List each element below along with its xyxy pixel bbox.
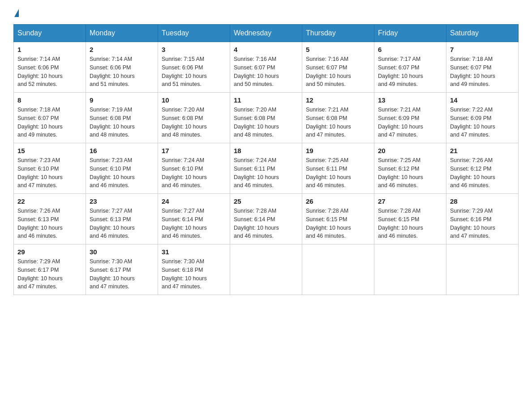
day-info: Sunrise: 7:14 AM Sunset: 6:06 PM Dayligh…	[17, 55, 82, 89]
calendar-day-cell	[374, 244, 446, 295]
day-number: 6	[378, 46, 442, 53]
calendar-day-cell: 8 Sunrise: 7:18 AM Sunset: 6:07 PM Dayli…	[14, 93, 86, 143]
calendar-day-header: Monday	[86, 25, 158, 42]
calendar-day-header: Thursday	[302, 25, 374, 42]
calendar-day-cell: 10 Sunrise: 7:20 AM Sunset: 6:08 PM Dayl…	[158, 93, 230, 143]
calendar-day-cell: 18 Sunrise: 7:24 AM Sunset: 6:11 PM Dayl…	[230, 143, 302, 194]
day-info: Sunrise: 7:25 AM Sunset: 6:12 PM Dayligh…	[378, 156, 442, 190]
day-info: Sunrise: 7:24 AM Sunset: 6:11 PM Dayligh…	[234, 156, 298, 190]
day-number: 4	[234, 46, 298, 53]
day-info: Sunrise: 7:29 AM Sunset: 6:17 PM Dayligh…	[17, 257, 82, 291]
day-info: Sunrise: 7:20 AM Sunset: 6:08 PM Dayligh…	[162, 106, 226, 139]
day-number: 16	[90, 147, 154, 154]
day-number: 23	[90, 197, 154, 205]
day-number: 21	[450, 147, 515, 154]
day-info: Sunrise: 7:26 AM Sunset: 6:13 PM Dayligh…	[17, 207, 82, 240]
day-info: Sunrise: 7:21 AM Sunset: 6:09 PM Dayligh…	[378, 106, 442, 139]
day-info: Sunrise: 7:27 AM Sunset: 6:14 PM Dayligh…	[162, 207, 226, 240]
day-info: Sunrise: 7:27 AM Sunset: 6:13 PM Dayligh…	[90, 207, 154, 240]
day-number: 20	[378, 147, 442, 154]
logo	[13, 9, 19, 15]
calendar-day-cell: 27 Sunrise: 7:28 AM Sunset: 6:15 PM Dayl…	[374, 194, 446, 244]
day-number: 29	[17, 248, 82, 256]
calendar-day-cell: 17 Sunrise: 7:24 AM Sunset: 6:10 PM Dayl…	[158, 143, 230, 194]
calendar-day-header: Sunday	[14, 25, 86, 42]
day-number: 8	[17, 96, 82, 104]
calendar-week-row: 1 Sunrise: 7:14 AM Sunset: 6:06 PM Dayli…	[14, 42, 519, 93]
calendar-day-cell: 19 Sunrise: 7:25 AM Sunset: 6:11 PM Dayl…	[302, 143, 374, 194]
day-info: Sunrise: 7:26 AM Sunset: 6:12 PM Dayligh…	[450, 156, 515, 190]
calendar-day-cell	[230, 244, 302, 295]
calendar-day-cell: 31 Sunrise: 7:30 AM Sunset: 6:18 PM Dayl…	[158, 244, 230, 295]
day-info: Sunrise: 7:20 AM Sunset: 6:08 PM Dayligh…	[234, 106, 298, 139]
day-info: Sunrise: 7:14 AM Sunset: 6:06 PM Dayligh…	[90, 55, 154, 89]
day-info: Sunrise: 7:23 AM Sunset: 6:10 PM Dayligh…	[90, 156, 154, 190]
day-info: Sunrise: 7:22 AM Sunset: 6:09 PM Dayligh…	[450, 106, 515, 139]
calendar-day-cell: 13 Sunrise: 7:21 AM Sunset: 6:09 PM Dayl…	[374, 93, 446, 143]
calendar-day-cell: 1 Sunrise: 7:14 AM Sunset: 6:06 PM Dayli…	[14, 42, 86, 93]
calendar-day-cell: 4 Sunrise: 7:16 AM Sunset: 6:07 PM Dayli…	[230, 42, 302, 93]
day-number: 5	[306, 46, 370, 53]
day-info: Sunrise: 7:25 AM Sunset: 6:11 PM Dayligh…	[306, 156, 370, 190]
day-info: Sunrise: 7:16 AM Sunset: 6:07 PM Dayligh…	[234, 55, 298, 89]
day-number: 30	[90, 248, 154, 256]
day-info: Sunrise: 7:24 AM Sunset: 6:10 PM Dayligh…	[162, 156, 226, 190]
day-number: 25	[234, 197, 298, 205]
calendar-day-cell: 11 Sunrise: 7:20 AM Sunset: 6:08 PM Dayl…	[230, 93, 302, 143]
day-number: 28	[450, 197, 515, 205]
day-number: 9	[90, 96, 154, 104]
calendar-day-cell: 12 Sunrise: 7:21 AM Sunset: 6:08 PM Dayl…	[302, 93, 374, 143]
day-number: 22	[17, 197, 82, 205]
calendar-day-cell: 14 Sunrise: 7:22 AM Sunset: 6:09 PM Dayl…	[446, 93, 519, 143]
day-number: 17	[162, 147, 226, 154]
day-info: Sunrise: 7:29 AM Sunset: 6:16 PM Dayligh…	[450, 207, 515, 240]
day-number: 2	[90, 46, 154, 53]
day-info: Sunrise: 7:18 AM Sunset: 6:07 PM Dayligh…	[17, 106, 82, 139]
day-number: 18	[234, 147, 298, 154]
day-info: Sunrise: 7:30 AM Sunset: 6:18 PM Dayligh…	[162, 257, 226, 291]
calendar-day-cell: 26 Sunrise: 7:28 AM Sunset: 6:15 PM Dayl…	[302, 194, 374, 244]
day-number: 15	[17, 147, 82, 154]
day-info: Sunrise: 7:28 AM Sunset: 6:14 PM Dayligh…	[234, 207, 298, 240]
calendar-day-cell: 30 Sunrise: 7:30 AM Sunset: 6:17 PM Dayl…	[86, 244, 158, 295]
day-info: Sunrise: 7:23 AM Sunset: 6:10 PM Dayligh…	[17, 156, 82, 190]
day-number: 7	[450, 46, 515, 53]
calendar-day-cell: 7 Sunrise: 7:18 AM Sunset: 6:07 PM Dayli…	[446, 42, 519, 93]
calendar-week-row: 22 Sunrise: 7:26 AM Sunset: 6:13 PM Dayl…	[14, 194, 519, 244]
day-number: 1	[17, 46, 82, 53]
calendar-day-cell: 3 Sunrise: 7:15 AM Sunset: 6:06 PM Dayli…	[158, 42, 230, 93]
calendar-day-cell: 28 Sunrise: 7:29 AM Sunset: 6:16 PM Dayl…	[446, 194, 519, 244]
day-number: 14	[450, 96, 515, 104]
calendar-day-cell: 29 Sunrise: 7:29 AM Sunset: 6:17 PM Dayl…	[14, 244, 86, 295]
day-number: 11	[234, 96, 298, 104]
calendar-day-cell: 5 Sunrise: 7:16 AM Sunset: 6:07 PM Dayli…	[302, 42, 374, 93]
calendar-week-row: 8 Sunrise: 7:18 AM Sunset: 6:07 PM Dayli…	[14, 93, 519, 143]
day-info: Sunrise: 7:30 AM Sunset: 6:17 PM Dayligh…	[90, 257, 154, 291]
calendar-day-cell: 25 Sunrise: 7:28 AM Sunset: 6:14 PM Dayl…	[230, 194, 302, 244]
calendar-day-cell: 20 Sunrise: 7:25 AM Sunset: 6:12 PM Dayl…	[374, 143, 446, 194]
day-info: Sunrise: 7:17 AM Sunset: 6:07 PM Dayligh…	[378, 55, 442, 89]
day-info: Sunrise: 7:19 AM Sunset: 6:08 PM Dayligh…	[90, 106, 154, 139]
day-number: 13	[378, 96, 442, 104]
day-info: Sunrise: 7:18 AM Sunset: 6:07 PM Dayligh…	[450, 55, 515, 89]
calendar-day-cell	[446, 244, 519, 295]
calendar-day-cell: 22 Sunrise: 7:26 AM Sunset: 6:13 PM Dayl…	[14, 194, 86, 244]
day-info: Sunrise: 7:28 AM Sunset: 6:15 PM Dayligh…	[378, 207, 442, 240]
calendar-week-row: 29 Sunrise: 7:29 AM Sunset: 6:17 PM Dayl…	[14, 244, 519, 295]
calendar-day-cell: 24 Sunrise: 7:27 AM Sunset: 6:14 PM Dayl…	[158, 194, 230, 244]
calendar-day-cell: 23 Sunrise: 7:27 AM Sunset: 6:13 PM Dayl…	[86, 194, 158, 244]
calendar-day-cell: 15 Sunrise: 7:23 AM Sunset: 6:10 PM Dayl…	[14, 143, 86, 194]
logo-triangle-icon	[14, 9, 19, 17]
day-number: 24	[162, 197, 226, 205]
calendar-day-cell: 6 Sunrise: 7:17 AM Sunset: 6:07 PM Dayli…	[374, 42, 446, 93]
calendar-day-cell	[302, 244, 374, 295]
calendar-day-header: Saturday	[446, 25, 519, 42]
calendar-day-cell: 2 Sunrise: 7:14 AM Sunset: 6:06 PM Dayli…	[86, 42, 158, 93]
day-info: Sunrise: 7:28 AM Sunset: 6:15 PM Dayligh…	[306, 207, 370, 240]
day-number: 26	[306, 197, 370, 205]
calendar-day-header: Wednesday	[230, 25, 302, 42]
calendar-day-header: Tuesday	[158, 25, 230, 42]
calendar-week-row: 15 Sunrise: 7:23 AM Sunset: 6:10 PM Dayl…	[14, 143, 519, 194]
page-header	[13, 9, 519, 15]
day-number: 31	[162, 248, 226, 256]
